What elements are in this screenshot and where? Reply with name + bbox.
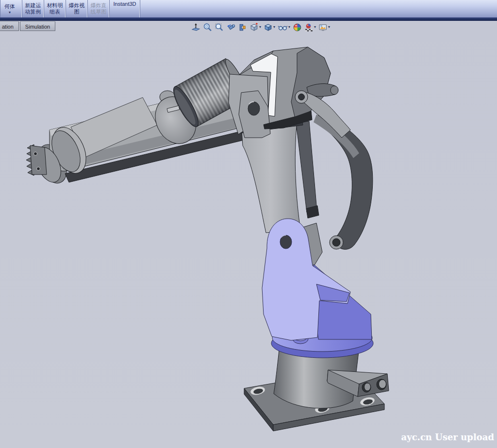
commandmanager-tabs: ation Simulation [0,21,56,31]
robot-arm-model[interactable] [0,21,497,448]
view-settings-button[interactable]: ▾ [318,23,330,32]
view-orientation-button[interactable]: ▾ [249,23,261,32]
chevron-down-icon: ▾ [288,25,290,29]
tab-simulation[interactable]: Simulation [20,21,55,31]
tab-left-partial[interactable]: ation [0,21,19,31]
view-settings-icon [318,23,328,32]
previous-view-button[interactable] [226,23,235,32]
normal-to-icon [191,23,200,32]
chevron-down-icon: ▾ [314,25,316,29]
section-view-button[interactable] [238,23,247,32]
apply-scene-icon [304,23,314,32]
toolbar-button-label: Instant3D [113,1,136,7]
display-style-icon [264,23,273,32]
chevron-down-icon: ▾ [259,25,261,29]
toolbar-button-new-motion-study[interactable]: 新建运 动算例 [22,0,44,17]
normal-to-button[interactable] [191,23,200,32]
edit-appearance-icon [293,23,302,32]
display-style-button[interactable]: ▾ [264,23,275,32]
watermark-text: ayc.cn User upload [401,432,494,442]
section-view-icon [238,23,247,32]
toolbar-button-label: 细表 [50,9,60,15]
chevron-down-icon: ▾ [273,25,275,29]
toolbar-button-reference-geometry-partial[interactable]: 何体 ▾ [0,0,22,17]
toolbar-button-exploded-view[interactable]: 爆炸视 图 [66,0,88,17]
previous-view-icon [226,23,235,32]
chevron-down-icon: ▾ [328,25,330,29]
edit-appearance-button[interactable] [293,23,302,32]
apply-scene-button[interactable]: ▾ [304,23,316,32]
hide-show-items-icon [278,23,288,32]
toolbar-button-label: 动算例 [25,9,41,15]
toolbar-button-label: 材料明 [47,2,63,9]
toolbar-button-label: 爆炸直 [91,2,107,9]
toolbar-button-instant3d[interactable]: Instant3D [110,0,140,17]
toolbar-button-label: 何体 [4,3,15,10]
viewport-3d[interactable]: ayc.cn User upload [0,21,497,448]
zoom-to-fit-icon [203,23,212,32]
main-toolbar: 何体 ▾ 新建运 动算例 材料明 细表 爆炸视 图 爆炸直 线草图 Instan… [0,0,497,17]
tab-label: Simulation [25,24,50,30]
toolbar-button-bill-of-materials[interactable]: 材料明 细表 [44,0,66,17]
zoom-to-area-icon [215,23,224,32]
tab-label: ation [2,24,14,30]
toolbar-button-label: 线草图 [91,9,107,15]
chevron-down-icon: ▾ [9,11,11,14]
toolbar-button-label: 新建运 [25,2,41,9]
heads-up-view-toolbar: ▾ ▾ ▾ [191,22,330,32]
zoom-to-fit-button[interactable] [203,23,212,32]
view-orientation-icon [249,23,259,32]
linkage-hole-top [298,94,305,100]
toolbar-button-label: 图 [74,9,80,15]
linkage-hole-bottom [332,239,340,246]
toolbar-button-explode-line-sketch[interactable]: 爆炸直 线草图 [88,0,110,17]
toolbar-button-label: 爆炸视 [69,2,85,9]
toolbar-bottom-band [0,17,497,21]
zoom-to-area-button[interactable] [215,23,224,32]
hide-show-items-button[interactable]: ▾ [278,23,290,32]
